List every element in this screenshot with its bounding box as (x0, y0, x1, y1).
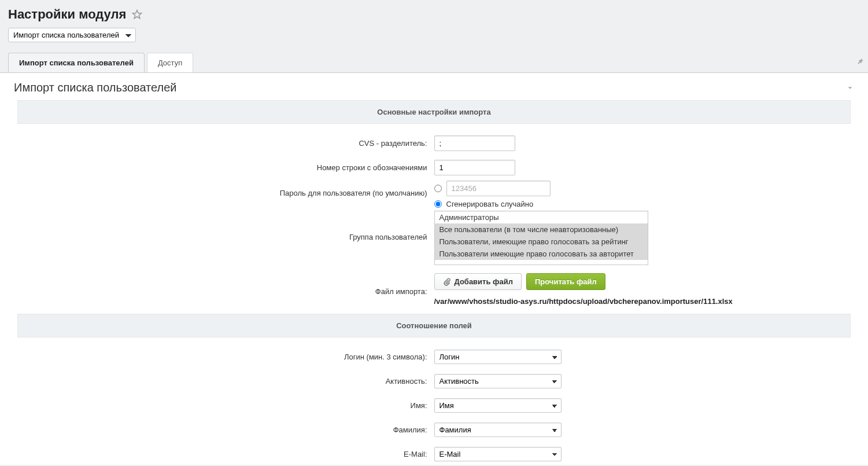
read-file-button[interactable]: Прочитать файл (526, 273, 605, 290)
form-mapping: Логин (мин. 3 символа): Логин Активность… (0, 337, 868, 465)
label-file: Файл импорта: (17, 273, 434, 296)
panel-title: Импорт списка пользователей (14, 81, 176, 94)
tab-import[interactable]: Импорт списка пользователей (8, 53, 145, 72)
select-email[interactable]: E-Mail (434, 447, 562, 461)
radio-password-generate[interactable] (434, 200, 442, 208)
select-active[interactable]: Активность (434, 374, 562, 388)
input-rownum[interactable] (434, 160, 515, 175)
main-panel: Импорт списка пользователей Основные нас… (0, 72, 868, 465)
row-login: Логин (мин. 3 символа): Логин (17, 346, 851, 368)
module-select-row: Импорт списка пользователей (0, 28, 868, 53)
radio-password-manual[interactable] (434, 185, 442, 192)
label-rownum: Номер строки с обозначениями (17, 163, 434, 172)
label-group: Группа пользователей (17, 211, 434, 241)
group-option[interactable]: Все пользователи (в том числе неавторизо… (435, 223, 648, 236)
row-active: Активность: Активность (17, 370, 851, 392)
row-rownum: Номер строки с обозначениями (17, 156, 851, 178)
add-file-button[interactable]: Добавить файл (434, 273, 522, 290)
chevron-down-icon[interactable] (846, 84, 854, 92)
row-cvs: CVS - разделитель: (17, 132, 851, 154)
label-login: Логин (мин. 3 символа): (17, 353, 434, 361)
group-option[interactable]: Администраторы (435, 211, 648, 223)
read-file-button-label: Прочитать файл (535, 277, 597, 286)
tab-label: Доступ (158, 58, 182, 67)
tab-access[interactable]: Доступ (147, 53, 193, 72)
input-cvs[interactable] (434, 135, 515, 151)
select-login[interactable]: Логин (434, 350, 562, 364)
svg-marker-0 (133, 10, 142, 19)
row-name: Имя: Имя (17, 394, 851, 416)
label-cvs: CVS - разделитель: (17, 139, 434, 148)
row-group: Группа пользователей Администраторы Все … (17, 211, 851, 265)
module-select[interactable]: Импорт списка пользователей (8, 28, 136, 42)
label-email: E-Mail: (17, 450, 434, 458)
form-main-settings: CVS - разделитель: Номер строки с обозна… (0, 124, 868, 314)
row-email: E-Mail: E-Mail (17, 443, 851, 465)
tabs-row: Импорт списка пользователей Доступ (0, 53, 868, 72)
label-active: Активность: (17, 377, 434, 386)
group-option[interactable]: Пользователи, имеющие право голосовать з… (435, 236, 648, 248)
star-icon[interactable] (132, 9, 142, 20)
section-main-settings: Основные настройки импорта (17, 100, 851, 124)
add-file-button-label: Добавить файл (455, 277, 513, 286)
row-surname: Фамилия: Фамилия (17, 419, 851, 441)
page-header: Настройки модуля (0, 0, 868, 28)
page-title: Настройки модуля (8, 7, 126, 22)
label-surname: Фамилия: (17, 425, 434, 434)
label-password: Пароль для пользователя (по умолчанию) (17, 181, 434, 197)
panel-header: Импорт списка пользователей (0, 73, 868, 100)
input-password[interactable] (446, 181, 551, 196)
row-file: Файл импорта: Добавить файл Прочитать фа… (17, 273, 851, 306)
select-surname[interactable]: Фамилия (434, 423, 562, 437)
file-path: /var/www/vhosts/studio-asys.ru/httpdocs/… (434, 297, 733, 306)
tab-label: Импорт списка пользователей (19, 58, 134, 67)
multiselect-group[interactable]: Администраторы Все пользователи (в том ч… (434, 211, 648, 265)
section-mapping: Соотношение полей (17, 314, 851, 337)
select-name[interactable]: Имя (434, 398, 562, 413)
pin-icon[interactable] (856, 57, 865, 65)
attachment-icon (443, 278, 451, 286)
row-password: Пароль для пользователя (по умолчанию) С… (17, 181, 851, 208)
label-name: Имя: (17, 401, 434, 410)
group-option[interactable]: Пользователи имеющие право голосовать за… (435, 248, 648, 260)
label-password-generate: Сгенерировать случайно (446, 200, 534, 208)
